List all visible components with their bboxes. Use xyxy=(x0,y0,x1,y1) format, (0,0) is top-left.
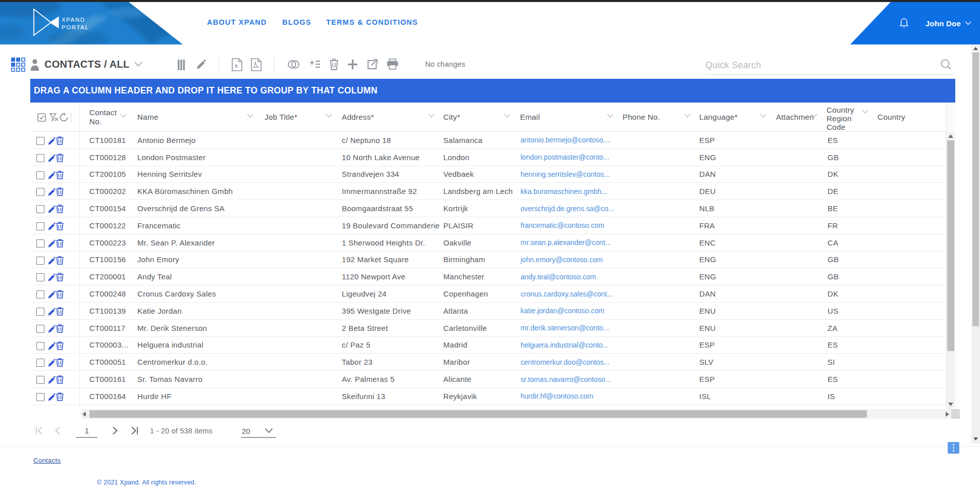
svg-text:PORTAL: PORTAL xyxy=(62,24,89,30)
svg-text:x: x xyxy=(235,63,238,69)
svg-text:XPAND: XPAND xyxy=(62,17,85,23)
